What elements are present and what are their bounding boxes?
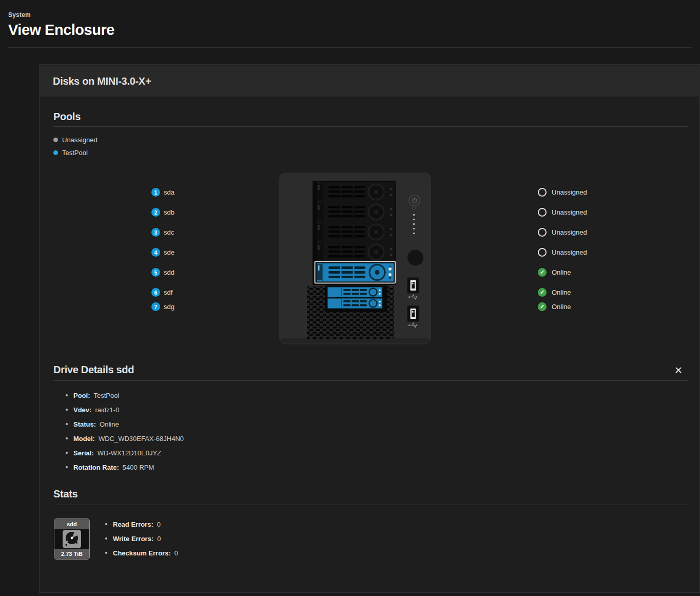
status-row-sdb: Unassigned (538, 207, 587, 218)
detail-value: 5400 RPM (123, 464, 154, 471)
status-row-sdd: ✓ Online (538, 267, 571, 278)
bullet-icon (105, 552, 107, 554)
status-row-sde: Unassigned (538, 247, 587, 258)
stat-value: 0 (157, 535, 161, 543)
bullet-icon (105, 537, 107, 540)
unassigned-circle-icon (538, 188, 547, 197)
testpool-dot-icon (53, 150, 58, 155)
bullet-icon (66, 394, 68, 396)
status-label: Online (552, 303, 571, 311)
drive-row-sda[interactable]: 1 sda (151, 187, 174, 198)
drive-name: sdf (164, 289, 172, 296)
drive-number-badge: 6 (151, 288, 160, 297)
detail-value: raidz1-0 (95, 406, 119, 414)
stat-value: 0 (157, 521, 161, 528)
stats-divider (53, 505, 688, 505)
drive-details-divider (53, 380, 688, 381)
detail-label: Rotation Rate: (73, 464, 119, 471)
drive-number-badge: 7 (151, 302, 160, 311)
status-label: Unassigned (552, 208, 587, 216)
pools-divider (53, 126, 688, 127)
bullet-icon (66, 409, 68, 411)
bullet-icon (66, 466, 68, 468)
drive-row-sdf[interactable]: 6 sdf (151, 287, 172, 298)
drive-number-badge: 5 (151, 268, 160, 277)
enclosure-graphic (279, 172, 432, 345)
hard-drive-icon (61, 530, 83, 548)
bullet-icon (66, 423, 68, 425)
drive-row-sdb[interactable]: 2 sdb (151, 207, 174, 218)
stat-item-checksum-errors: Checksum Errors: 0 (105, 548, 178, 557)
detail-label: Model: (73, 435, 95, 443)
drive-bay-3[interactable] (317, 222, 395, 242)
usb-port-icon-1 (407, 277, 419, 294)
drive-bay-4[interactable] (317, 242, 395, 262)
front-knob (407, 250, 423, 266)
bullet-icon (66, 437, 68, 439)
drive-row-sde[interactable]: 4 sde (151, 247, 174, 258)
status-row-sdf: ✓ Online (538, 287, 571, 298)
detail-value: WD-WX12D10E0JYZ (98, 449, 161, 457)
detail-value: WDC_WD30EFAX-68JH4N0 (99, 435, 184, 443)
detail-item-model: Model: WDC_WD30EFAX-68JH4N0 (66, 434, 184, 443)
legend-label: TestPool (62, 149, 88, 157)
drive-number-badge: 1 (151, 188, 160, 197)
legend-label: Unassigned (62, 136, 98, 144)
status-label: Unassigned (552, 228, 587, 236)
drive-number-badge: 2 (151, 208, 160, 217)
drive-bay-1[interactable] (317, 182, 395, 202)
drive-row-sdg[interactable]: 7 sdg (151, 301, 174, 312)
status-label: Online (552, 268, 571, 276)
online-check-icon: ✓ (538, 288, 547, 297)
drive-details-heading: Drive Details sdd (53, 363, 134, 376)
drive-bay-sdg[interactable] (327, 298, 382, 309)
detail-item-serial: Serial: WD-WX12D10E0JYZ (66, 448, 161, 457)
stat-item-read-errors: Read Errors: 0 (105, 520, 161, 529)
legend-item-testpool: TestPool (53, 148, 88, 157)
drive-row-sdc[interactable]: 3 sdc (151, 227, 174, 238)
drive-name: sdb (164, 208, 174, 216)
status-label: Unassigned (552, 188, 587, 196)
page-title: View Enclosure (8, 22, 114, 39)
online-check-icon: ✓ (538, 302, 547, 311)
detail-item-vdev: Vdev: raidz1-0 (66, 405, 119, 414)
stat-label: Read Errors: (113, 521, 153, 528)
drive-row-sdd[interactable]: 5 sdd (151, 267, 174, 278)
unassigned-circle-icon (538, 248, 547, 257)
stats-heading: Stats (53, 487, 77, 501)
detail-item-status: Status: Online (66, 419, 119, 429)
detail-item-pool: Pool: TestPool (66, 391, 119, 400)
drive-bay-sdd-selected[interactable] (315, 262, 396, 283)
status-row-sdg: ✓ Online (538, 301, 571, 312)
detail-value: TestPool (94, 392, 120, 399)
breadcrumb-system[interactable]: System (8, 11, 31, 18)
detail-label: Vdev: (73, 406, 91, 414)
drive-name: sde (164, 248, 174, 256)
detail-label: Pool: (73, 392, 90, 399)
bullet-icon (105, 523, 107, 525)
pools-heading: Pools (53, 110, 81, 123)
usb-port-icon-2 (407, 305, 419, 322)
detail-item-rotation-rate: Rotation Rate: 5400 RPM (66, 463, 154, 472)
view-enclosure-page: System View Enclosure Disks on MINI-3.0-… (0, 0, 700, 596)
detail-label: Serial: (73, 449, 94, 457)
stat-item-write-errors: Write Errors: 0 (105, 534, 161, 543)
drive-bay-sdf[interactable] (327, 287, 382, 297)
online-check-icon: ✓ (538, 268, 547, 277)
drive-name: sda (164, 188, 174, 196)
disks-card-title: Disks on MINI-3.0-X+ (53, 66, 151, 97)
drive-name: sdc (164, 228, 174, 236)
stat-label: Write Errors: (113, 535, 153, 543)
drive-bay-2[interactable] (317, 202, 395, 222)
stat-value: 0 (174, 549, 178, 557)
close-icon[interactable]: ✕ (672, 363, 685, 377)
disk-name-band: sdd (54, 519, 89, 529)
drive-name: sdg (164, 303, 174, 311)
unassigned-circle-icon (538, 228, 547, 237)
unassigned-dot-icon (53, 138, 58, 142)
disk-thumbnail-card: sdd 2.73 TiB (54, 518, 90, 560)
disk-size-band: 2.73 TiB (54, 549, 89, 559)
legend-item-unassigned: Unassigned (53, 136, 98, 144)
unassigned-circle-icon (538, 208, 547, 217)
title-divider (8, 47, 692, 48)
